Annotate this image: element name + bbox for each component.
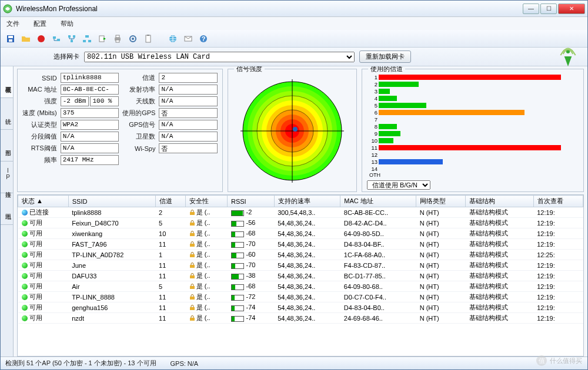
net3-icon[interactable] xyxy=(81,32,93,45)
chan-bar-13: 13 xyxy=(367,159,579,165)
svg-rect-20 xyxy=(147,35,149,36)
svg-rect-46 xyxy=(190,254,195,257)
tab-ipconn[interactable]: IP 连接 xyxy=(1,162,13,193)
col-9[interactable]: 首次查看 xyxy=(533,196,583,207)
ap-table[interactable]: 状态 ▲SSID信道安全性RSSI支持的速率MAC 地址网络类型基础结构首次查看… xyxy=(17,194,584,356)
tab-stats[interactable]: 统计 xyxy=(1,98,13,130)
val-mac: 8C-AB-8E-CC-85-88 xyxy=(61,85,119,95)
nic-row: 选择网卡 802.11n USB Wireless LAN Card 重新加载网… xyxy=(1,48,587,66)
titlebar: WirelessMon Professional — ☐ ✕ xyxy=(1,1,587,17)
col-2[interactable]: 信道 xyxy=(155,196,186,207)
svg-text:?: ? xyxy=(202,35,206,42)
menu-file[interactable]: 文件 xyxy=(4,18,22,29)
export-icon[interactable] xyxy=(96,32,109,45)
table-row[interactable]: 可用Feixun_D48C705是 (..-5654,48,36,24..D8-… xyxy=(18,218,583,228)
table-row[interactable]: 可用xiwenkang10是 (..-6854,48,36,24..64-09-… xyxy=(18,228,583,239)
menu-config[interactable]: 配置 xyxy=(31,18,49,29)
svg-rect-44 xyxy=(190,233,195,236)
col-0[interactable]: 状态 ▲ xyxy=(18,196,69,207)
col-7[interactable]: 网络类型 xyxy=(416,196,466,207)
tab-map[interactable]: 地图 xyxy=(1,193,13,225)
record-icon[interactable] xyxy=(35,32,48,45)
save-icon[interactable] xyxy=(4,32,17,45)
menubar: 文件 配置 帮助 xyxy=(1,17,587,30)
channel-select[interactable]: 信道使用 B/G/N xyxy=(367,180,430,190)
mail-icon[interactable] xyxy=(182,32,195,45)
nic-select[interactable]: 802.11n USB Wireless LAN Card xyxy=(84,52,355,62)
lb-ssid: SSID xyxy=(22,75,57,82)
svg-rect-11 xyxy=(83,40,86,42)
lb-frag: 分段阈值 xyxy=(22,132,57,141)
close-button[interactable]: ✕ xyxy=(558,4,585,14)
svg-rect-3 xyxy=(9,39,12,42)
print-icon[interactable] xyxy=(111,32,124,45)
svg-rect-10 xyxy=(85,35,89,38)
lb-str: 强度 xyxy=(22,97,57,106)
col-8[interactable]: 基础结构 xyxy=(466,196,533,207)
val-sats: N/A xyxy=(159,132,218,142)
window-title: WirelessMon Professional xyxy=(16,5,523,13)
table-row[interactable]: 可用genghua15611是 (..-7454,48,36,24..D4-83… xyxy=(18,302,583,313)
val-freq: 2417 MHz xyxy=(61,155,119,165)
table-row[interactable]: 可用June11是 (..-7054,48,36,24..F4-83-CD-87… xyxy=(18,260,583,271)
net1-icon[interactable] xyxy=(50,32,63,45)
val-str-dbm: -2 dBm xyxy=(61,96,89,106)
chan-bar-7: 7 xyxy=(367,116,579,123)
table-row[interactable]: 已连接tplink88882是 (..-2300,54,48,3..8C-AB-… xyxy=(18,207,583,218)
status-ap-count: 检测到 51 个AP (50 个加密 - 1 个未加密) - 13 个可用 xyxy=(5,359,156,368)
svg-rect-51 xyxy=(190,307,195,310)
help-icon[interactable]: ? xyxy=(197,32,210,45)
chan-bar-5: 5 xyxy=(367,102,579,109)
col-6[interactable]: MAC 地址 xyxy=(340,196,416,207)
clipboard-icon[interactable] xyxy=(142,32,155,45)
col-4[interactable]: RSSI xyxy=(228,196,275,207)
lb-freq: 频率 xyxy=(22,156,57,164)
app-icon xyxy=(3,4,12,14)
val-str-pct: 100 % xyxy=(90,96,119,106)
globe-icon[interactable] xyxy=(166,32,179,45)
svg-rect-45 xyxy=(190,244,195,247)
svg-rect-2 xyxy=(8,36,13,38)
net2-icon[interactable] xyxy=(65,32,78,45)
table-row[interactable]: 可用TP-LINK_888811是 (..-7254,48,36,24..D0-… xyxy=(18,292,583,302)
minimize-button[interactable]: — xyxy=(523,4,539,14)
tab-summary[interactable]: 概要 xyxy=(1,66,13,98)
svg-rect-8 xyxy=(73,35,75,38)
table-row[interactable]: 可用FAST_7A9611是 (..-7054,48,36,24..D4-83-… xyxy=(18,239,583,250)
svg-rect-42 xyxy=(190,212,195,215)
maximize-button[interactable]: ☐ xyxy=(540,4,557,14)
col-3[interactable]: 安全性 xyxy=(186,196,228,207)
table-row[interactable]: 可用Air5是 (..-6854,48,36,24..64-09-80-68..… xyxy=(18,281,583,292)
table-row[interactable]: 可用DAFU3311是 (..-3854,48,36,24..BC-D1-77-… xyxy=(18,271,583,281)
menu-help[interactable]: 帮助 xyxy=(58,18,76,29)
settings-icon[interactable] xyxy=(126,32,139,45)
svg-rect-5 xyxy=(53,36,56,39)
side-tabs: 概要 统计 图形 IP 连接 地图 xyxy=(1,66,14,356)
lb-rts: RTS阈值 xyxy=(22,144,57,153)
statusbar: 检测到 51 个AP (50 个加密 - 1 个未加密) - 13 个可用 GP… xyxy=(1,356,587,369)
chan-bar-2: 2 xyxy=(367,81,579,88)
nic-label: 选择网卡 xyxy=(54,52,79,61)
col-1[interactable]: SSID xyxy=(68,196,155,207)
reload-nic-button[interactable]: 重新加载网卡 xyxy=(359,51,411,63)
table-row[interactable]: 可用nzdt11是 (..-7454,48,36,24..24-69-68-46… xyxy=(18,313,583,324)
chanpanel-title: 使用的信道 xyxy=(368,66,405,73)
table-row[interactable]: 可用TP-LINK_A0D7821是 (..-6054,48,36,24..1C… xyxy=(18,250,583,260)
tab-graph[interactable]: 图形 xyxy=(1,130,13,162)
folder-icon[interactable] xyxy=(19,32,32,45)
lb-chan: 信道 xyxy=(122,73,155,82)
val-chan: 2 xyxy=(159,73,218,83)
channel-panel: 使用的信道 1234567891011121314 OTH 信道使用 B/G/N xyxy=(362,69,584,192)
info-panel: SSIDtplink8888 信道2 MAC 地址8C-AB-8E-CC-85-… xyxy=(17,69,223,192)
val-rts: N/A xyxy=(61,143,119,153)
toolbar: ? xyxy=(1,30,587,48)
chan-bar-3: 3 xyxy=(367,88,579,95)
val-speed: 375 xyxy=(61,108,119,118)
svg-rect-6 xyxy=(57,39,60,41)
val-auth: WPA2 xyxy=(61,120,119,130)
col-5[interactable]: 支持的速率 xyxy=(274,196,340,207)
chan-bar-9: 9 xyxy=(367,130,579,137)
svg-rect-12 xyxy=(88,40,91,42)
lb-txpwr: 发射功率 xyxy=(122,85,155,94)
val-ant: N/A xyxy=(159,96,218,106)
